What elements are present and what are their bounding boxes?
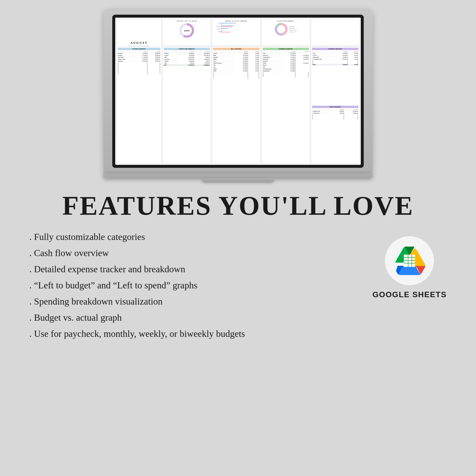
cash-flow-card: CASH FLOW SUMMARY BUDGET ACTUAL • Rollov… bbox=[162, 47, 211, 164]
amount-left-title: AMOUNT LEFT TO SPEND bbox=[177, 20, 197, 22]
feature-item-7: . Use for paycheck, monthly, weekly, or … bbox=[29, 328, 358, 339]
google-sheets-badge: GOOGLE SHEETS bbox=[373, 236, 447, 299]
income-summary-card: INCOME SUMMARY BUDGET ACTUAL Paycheck$ 1… bbox=[117, 47, 162, 164]
laptop-stand bbox=[201, 178, 275, 183]
svg-point-7 bbox=[277, 25, 285, 33]
google-sheets-icon bbox=[393, 245, 425, 277]
features-title: FEATURES YOU'LL LOVE bbox=[29, 192, 447, 219]
amount-left-card: AMOUNT LEFT TO SPEND $29860 bbox=[162, 19, 211, 46]
laptop-base bbox=[103, 171, 373, 178]
feature-item-6: . Budget vs. actual graph bbox=[29, 312, 358, 323]
feature-item-1: . Fully customizable categories bbox=[29, 231, 358, 242]
features-list: . Fully customizable categories . Cash f… bbox=[29, 231, 358, 339]
feature-item-3: . Detailed expense tracker and breakdown bbox=[29, 264, 358, 274]
dashboard-title: AUGUST bbox=[130, 41, 148, 45]
budget-vs-actual-card: BUDGET VS ACTUAL SUMMARY Bills bbox=[212, 19, 260, 46]
feature-item-4: . “Left to budget” and “Left to spend” g… bbox=[29, 280, 358, 290]
feature-item-2: . Cash flow overview bbox=[29, 248, 358, 258]
features-section: FEATURES YOU'LL LOVE . Fully customizabl… bbox=[0, 183, 476, 339]
allocation-title: ALLOCATION SUMMARY bbox=[277, 20, 294, 22]
svg-rect-8 bbox=[404, 255, 415, 267]
savings-debt-column: SAVINGS TRACKER BUDGET ACTUAL ☐ Car$ 2,0… bbox=[311, 47, 359, 164]
features-content: . Fully customizable categories . Cash f… bbox=[29, 231, 447, 339]
expense-mini-card bbox=[311, 19, 359, 46]
expense-summary-card: EXPENSE SUMMARY BUDGET ACTUAL Food$ 1,00… bbox=[261, 47, 310, 164]
google-sheets-icon-wrapper bbox=[385, 236, 434, 285]
google-sheets-label: GOOGLE SHEETS bbox=[373, 290, 447, 299]
laptop-wrapper: AUGUST · BUDGET DASHBOARD · START DATE 2… bbox=[103, 10, 373, 183]
laptop-section: AUGUST · BUDGET DASHBOARD · START DATE 2… bbox=[0, 0, 476, 183]
feature-item-5: . Spending breakdown visualization bbox=[29, 296, 358, 307]
laptop-lid: AUGUST · BUDGET DASHBOARD · START DATE 2… bbox=[103, 10, 373, 171]
bill-tracker-card: BILL TRACKER BUDGET ACTUAL Internet$ 100… bbox=[212, 47, 260, 164]
donut-chart: $29860 bbox=[179, 22, 195, 38]
budget-vs-actual-title: BUDGET VS ACTUAL SUMMARY bbox=[213, 20, 259, 22]
allocation-summary-card: ALLOCATION SUMMARY bbox=[261, 19, 310, 46]
screen-bezel: AUGUST · BUDGET DASHBOARD · START DATE 2… bbox=[112, 15, 364, 168]
screen-content: AUGUST · BUDGET DASHBOARD · START DATE 2… bbox=[115, 17, 361, 165]
amount-left-value: $29860 bbox=[184, 30, 189, 31]
